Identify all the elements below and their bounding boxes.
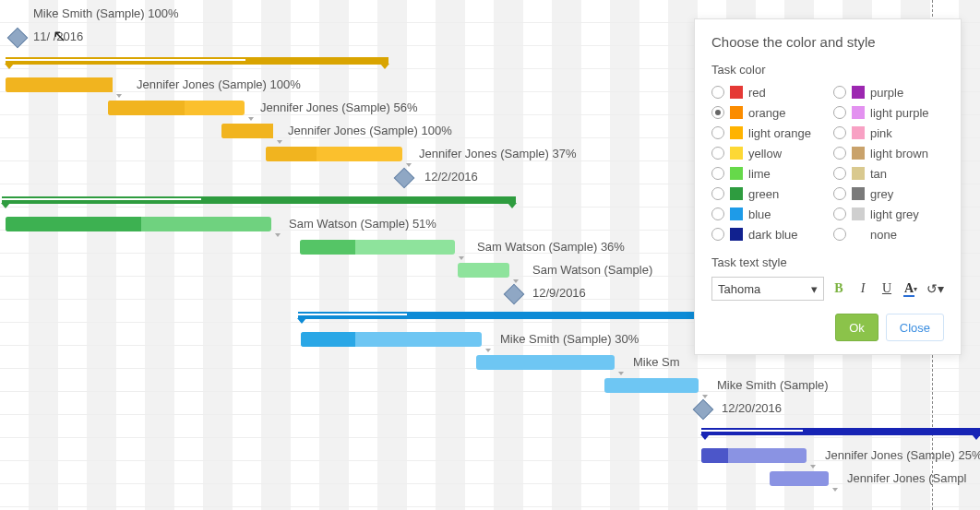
radio-icon [833, 167, 846, 180]
color-option-yellow[interactable]: yellow [711, 145, 822, 161]
task-bar[interactable] [221, 124, 273, 138]
color-option-red[interactable]: red [711, 84, 822, 101]
gantt-row: Jennifer Jones (Sampl [0, 468, 980, 491]
color-swatch [852, 167, 865, 180]
color-option-dark-blue[interactable]: dark blue [711, 226, 822, 243]
task-label: Jennifer Jones (Sample) 37% [419, 147, 577, 160]
task-label: Mike Smith (Sample) 30% [500, 332, 639, 346]
color-label: green [748, 187, 779, 201]
task-label: Sam Watson (Sample) 51% [289, 217, 436, 231]
color-style-popup: Choose the color and style Task color re… [694, 18, 962, 355]
radio-icon [833, 187, 846, 200]
summary-bar[interactable] [701, 428, 980, 435]
milestone-icon[interactable] [7, 28, 29, 49]
task-bar[interactable] [476, 355, 615, 370]
color-swatch [852, 126, 865, 139]
task-text-style-label: Task text style [711, 255, 944, 269]
radio-icon [833, 208, 846, 220]
more-format-button[interactable]: ↺▾ [926, 279, 944, 299]
font-select-value: Tahoma [718, 282, 760, 296]
font-color-button[interactable]: A▾ [902, 279, 920, 299]
color-option-blue[interactable]: blue [711, 206, 822, 222]
task-label: 12/9/2016 [532, 286, 586, 300]
task-bar[interactable] [604, 378, 699, 393]
color-swatch [730, 228, 743, 241]
color-option-light-grey[interactable]: light grey [833, 206, 944, 222]
milestone-icon[interactable] [504, 284, 525, 305]
radio-icon [833, 228, 846, 241]
font-select[interactable]: Tahoma ▾ [711, 277, 824, 301]
task-label: Jennifer Jones (Sample) 100% [137, 77, 301, 91]
color-swatch [730, 106, 743, 119]
color-option-light-purple[interactable]: light purple [833, 104, 944, 121]
task-bar[interactable] [301, 332, 482, 347]
gantt-row [0, 421, 980, 445]
radio-icon [711, 86, 724, 99]
task-label: Mike Sm [633, 355, 680, 369]
task-bar[interactable] [701, 448, 807, 463]
task-label: Jennifer Jones (Sample) 56% [260, 101, 418, 114]
color-option-lime[interactable]: lime [711, 165, 822, 182]
task-label: 11/ /2016 [33, 30, 83, 43]
task-label: Sam Watson (Sample) 36% [477, 240, 625, 254]
task-bar[interactable] [458, 263, 509, 278]
summary-bar[interactable] [6, 57, 388, 65]
color-label: purple [870, 86, 903, 100]
close-button[interactable]: Close [886, 314, 944, 341]
color-label: dark blue [748, 228, 797, 242]
milestone-icon[interactable] [394, 168, 415, 189]
task-bar[interactable] [108, 101, 245, 115]
color-swatch [852, 208, 865, 220]
color-option-grey[interactable]: grey [833, 185, 944, 202]
color-label: light purple [870, 106, 929, 120]
color-swatch [730, 86, 743, 99]
summary-bar[interactable] [298, 312, 704, 319]
task-label: Jennifer Jones (Sample) 25% [825, 448, 980, 462]
task-bar[interactable] [770, 471, 829, 486]
milestone-icon[interactable] [693, 399, 714, 421]
color-swatch [730, 147, 743, 160]
color-option-light-orange[interactable]: light orange [711, 125, 822, 141]
color-swatch [852, 228, 865, 241]
radio-icon [711, 106, 724, 119]
task-bar[interactable] [300, 240, 455, 255]
color-option-none[interactable]: none [833, 226, 944, 243]
color-swatch [852, 86, 865, 99]
radio-icon [711, 187, 724, 200]
radio-icon [833, 147, 846, 160]
color-swatch [730, 126, 743, 139]
italic-button[interactable]: I [854, 279, 872, 299]
color-label: blue [748, 208, 771, 221]
color-option-pink[interactable]: pink [833, 125, 944, 141]
task-bar[interactable] [6, 217, 271, 231]
color-swatch [730, 208, 743, 220]
task-label: 12/20/2016 [722, 401, 782, 415]
color-label: grey [870, 187, 893, 201]
task-bar[interactable] [6, 77, 113, 92]
color-option-orange[interactable]: orange [711, 104, 822, 121]
radio-icon [833, 86, 846, 99]
ok-button[interactable]: Ok [835, 314, 878, 341]
bold-button[interactable]: B [830, 279, 848, 299]
color-swatch [852, 187, 865, 200]
radio-icon [833, 126, 846, 139]
underline-button[interactable]: U [878, 279, 896, 299]
color-option-green[interactable]: green [711, 185, 822, 202]
color-option-light-brown[interactable]: light brown [833, 145, 944, 161]
color-label: light brown [870, 147, 928, 160]
color-option-tan[interactable]: tan [833, 165, 944, 182]
color-label: red [748, 86, 766, 100]
task-label: Jennifer Jones (Sampl [847, 471, 966, 485]
color-swatch [852, 147, 865, 160]
radio-icon [711, 147, 724, 160]
gantt-row: 12/20/2016 [0, 397, 980, 421]
color-option-purple[interactable]: purple [833, 84, 944, 101]
color-label: lime [748, 167, 771, 181]
summary-bar[interactable] [2, 196, 516, 204]
color-label: orange [748, 106, 785, 120]
task-bar[interactable] [266, 147, 402, 161]
color-label: light grey [870, 208, 919, 221]
color-swatch [852, 106, 865, 119]
color-label: tan [870, 167, 887, 181]
radio-icon [833, 106, 846, 119]
